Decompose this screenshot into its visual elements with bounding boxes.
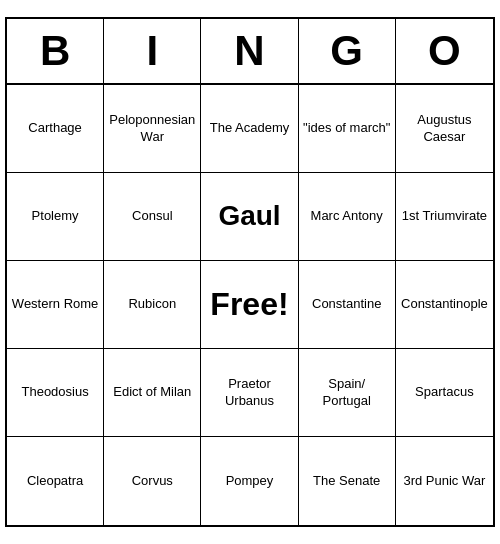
bingo-cell-21: Corvus <box>104 437 201 525</box>
bingo-cell-4: Augustus Caesar <box>396 85 493 173</box>
bingo-cell-7: Gaul <box>201 173 298 261</box>
bingo-cell-5: Ptolemy <box>7 173 104 261</box>
bingo-cell-0: Carthage <box>7 85 104 173</box>
bingo-cell-23: The Senate <box>299 437 396 525</box>
bingo-cell-10: Western Rome <box>7 261 104 349</box>
bingo-cell-11: Rubicon <box>104 261 201 349</box>
bingo-cell-12: Free! <box>201 261 298 349</box>
bingo-cell-6: Consul <box>104 173 201 261</box>
bingo-cell-8: Marc Antony <box>299 173 396 261</box>
bingo-cell-3: "ides of march" <box>299 85 396 173</box>
bingo-cell-16: Edict of Milan <box>104 349 201 437</box>
bingo-cell-24: 3rd Punic War <box>396 437 493 525</box>
bingo-cell-22: Pompey <box>201 437 298 525</box>
bingo-cell-15: Theodosius <box>7 349 104 437</box>
bingo-cell-1: Peloponnesian War <box>104 85 201 173</box>
bingo-cell-17: Praetor Urbanus <box>201 349 298 437</box>
bingo-grid: CarthagePeloponnesian WarThe Academy"ide… <box>7 85 493 525</box>
bingo-cell-2: The Academy <box>201 85 298 173</box>
bingo-cell-19: Spartacus <box>396 349 493 437</box>
bingo-letter-i: I <box>104 19 201 83</box>
bingo-header: BINGO <box>7 19 493 85</box>
bingo-cell-18: Spain/ Portugal <box>299 349 396 437</box>
bingo-cell-20: Cleopatra <box>7 437 104 525</box>
bingo-letter-g: G <box>299 19 396 83</box>
bingo-cell-14: Constantinople <box>396 261 493 349</box>
bingo-cell-9: 1st Triumvirate <box>396 173 493 261</box>
bingo-letter-o: O <box>396 19 493 83</box>
bingo-cell-13: Constantine <box>299 261 396 349</box>
bingo-card: BINGO CarthagePeloponnesian WarThe Acade… <box>5 17 495 527</box>
bingo-letter-n: N <box>201 19 298 83</box>
bingo-letter-b: B <box>7 19 104 83</box>
